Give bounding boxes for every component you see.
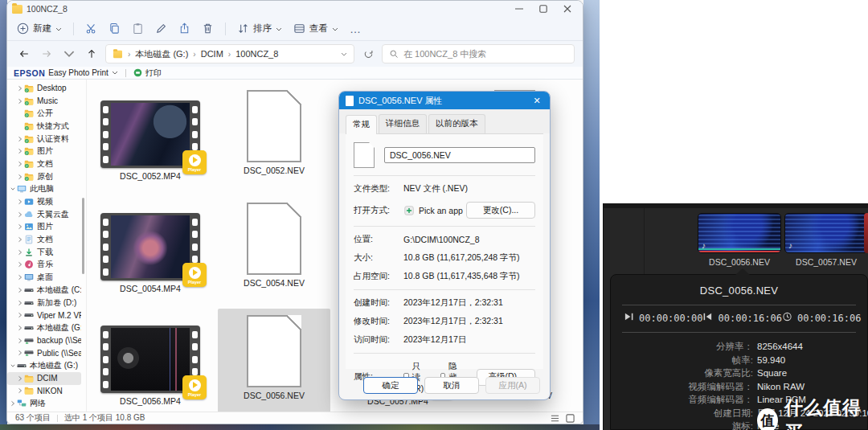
chevron-right-icon[interactable] <box>16 350 23 356</box>
minimize-icon[interactable] <box>515 5 523 13</box>
chevron-right-icon[interactable] <box>16 300 23 306</box>
chevron-down-icon[interactable] <box>9 186 16 192</box>
sidebar-item[interactable]: 图片 <box>7 145 81 158</box>
rename-button[interactable] <box>155 23 167 35</box>
cut-button[interactable] <box>85 23 97 35</box>
chevron-right-icon[interactable] <box>16 338 23 344</box>
sidebar-item[interactable]: 本地磁盘 (C:) <box>7 284 81 297</box>
tab-previous-versions[interactable]: 以前的版本 <box>428 114 485 133</box>
new-button[interactable]: 新建 <box>17 23 62 35</box>
sidebar-item[interactable]: 网络 <box>7 397 81 410</box>
sidebar-item[interactable]: 桌面 <box>7 271 81 284</box>
chevron-right-icon[interactable] <box>16 325 23 331</box>
file-item[interactable]: PlayerDSC_0052.MP4 <box>94 84 207 196</box>
sidebar-item[interactable]: 下载 <box>7 246 81 259</box>
sidebar-item[interactable]: 公开 <box>7 107 81 120</box>
search-input[interactable]: 在 100NCZ_8 中搜索 <box>382 44 575 63</box>
metadata-value: Nikon RAW <box>757 380 805 394</box>
chevron-down-icon[interactable] <box>9 362 16 369</box>
file-item[interactable]: PlayerDSC_0056.MP4 <box>94 309 207 421</box>
recent-dropdown[interactable] <box>60 48 78 59</box>
file-item[interactable]: DSC_0054.NEV <box>218 196 330 309</box>
sidebar-item[interactable]: Desktop <box>7 82 81 95</box>
chevron-right-icon[interactable] <box>16 211 23 218</box>
maximize-icon[interactable] <box>539 5 547 13</box>
sidebar-item[interactable]: Music <box>7 95 81 108</box>
chevron-right-icon[interactable] <box>16 387 23 394</box>
dialog-titlebar[interactable]: DSC_0056.NEV 属性 ✕ <box>339 92 550 109</box>
copy-button[interactable] <box>108 23 121 35</box>
apply-button[interactable]: 应用(A) <box>485 377 540 394</box>
up-button[interactable] <box>83 48 100 59</box>
sidebar-item[interactable]: Public (\\SeanD <box>7 346 81 359</box>
back-button[interactable] <box>15 48 33 59</box>
sidebar-item[interactable]: 快捷方式 <box>7 120 81 133</box>
chevron-right-icon[interactable] <box>9 400 16 407</box>
more-button[interactable]: … <box>350 23 362 35</box>
chevron-right-icon[interactable] <box>16 375 23 382</box>
change-button[interactable]: 更改(C)... <box>466 202 535 219</box>
filename-input[interactable]: DSC_0056.NEV <box>384 147 535 163</box>
sort-button[interactable]: 排序 <box>237 23 282 35</box>
dialog-close-icon[interactable]: ✕ <box>530 96 543 106</box>
close-icon[interactable] <box>563 5 571 13</box>
chevron-right-icon[interactable] <box>16 161 23 167</box>
chevron-right-icon[interactable] <box>16 136 23 142</box>
media-clip[interactable]: ♪DSC_0057.NEV <box>784 213 868 267</box>
chevron-right-icon[interactable] <box>16 312 23 318</box>
media-clip[interactable]: ♪DSC_0056.NEV <box>698 213 781 267</box>
paste-button[interactable] <box>132 23 144 35</box>
chevron-right-icon[interactable] <box>16 98 23 104</box>
chevron-right-icon[interactable] <box>16 274 23 281</box>
sidebar-item[interactable]: NIKON <box>7 385 81 398</box>
sidebar-item[interactable]: backup (\\Sean <box>7 334 81 347</box>
sidebar-item[interactable]: 文档 <box>7 233 81 246</box>
sidebar-item[interactable]: 图片 <box>7 221 81 234</box>
sidebar-item[interactable]: DCIM <box>7 372 81 385</box>
breadcrumb-dcim[interactable]: DCIM <box>201 49 223 59</box>
chevron-down-icon[interactable] <box>341 52 347 57</box>
chevron-right-icon[interactable] <box>16 236 23 243</box>
delete-button[interactable] <box>202 23 214 35</box>
sidebar-item[interactable]: Viper M.2 VPN <box>7 309 81 321</box>
epson-app-label[interactable]: Easy Photo Print <box>48 68 108 77</box>
breadcrumb-drive[interactable]: 本地磁盘 (G:) <box>135 48 188 60</box>
chevron-right-icon[interactable] <box>16 148 23 154</box>
refresh-button[interactable] <box>359 49 377 59</box>
chevron-right-icon[interactable] <box>16 223 23 230</box>
details-view-icon[interactable] <box>551 414 559 423</box>
chevron-right-icon[interactable] <box>16 85 23 92</box>
chevron-right-icon[interactable] <box>16 287 23 293</box>
sidebar-item[interactable]: 原创 <box>7 170 81 183</box>
file-item[interactable]: DSC_0052.NEV <box>218 84 330 196</box>
ok-button[interactable]: 确定 <box>363 377 418 394</box>
view-button[interactable]: 查看 <box>293 23 338 35</box>
chevron-down-icon[interactable] <box>112 71 118 76</box>
sidebar-item[interactable]: 视频 <box>7 195 81 208</box>
file-item[interactable]: DSC_0056.NEV <box>218 309 330 421</box>
share-button[interactable] <box>178 23 190 35</box>
sidebar-item[interactable]: 文档 <box>7 158 81 170</box>
sidebar-item[interactable]: 天翼云盘 <box>7 208 81 221</box>
tab-general[interactable]: 常规 <box>346 115 377 134</box>
explorer-titlebar[interactable]: 100NCZ_8 <box>7 1 583 17</box>
sidebar-item[interactable]: 新加卷 (D:) <box>7 297 81 309</box>
sidebar-item[interactable]: 本地磁盘 (G:) <box>7 321 81 334</box>
chevron-right-icon[interactable] <box>16 199 23 205</box>
file-item[interactable]: PlayerDSC_0054.MP4 <box>94 196 207 309</box>
sidebar-item[interactable]: 本地磁盘 (G:) <box>7 359 81 372</box>
breadcrumb[interactable]: › 本地磁盘 (G:) › DCIM › 100NCZ_8 <box>105 44 354 63</box>
forward-button[interactable] <box>38 48 55 59</box>
print-button[interactable]: 打印 <box>145 68 162 79</box>
folder-sync-icon <box>23 172 35 182</box>
chevron-right-icon[interactable] <box>16 249 23 256</box>
sidebar-item[interactable]: 认证资料 <box>7 133 81 145</box>
tab-details[interactable]: 详细信息 <box>379 114 427 133</box>
thumbnail-view-icon[interactable] <box>566 414 575 423</box>
sidebar-item[interactable]: 音乐 <box>7 259 81 272</box>
chevron-right-icon[interactable] <box>16 174 23 180</box>
chevron-right-icon[interactable] <box>16 261 23 268</box>
sidebar-item[interactable]: 此电脑 <box>7 183 81 196</box>
breadcrumb-current[interactable]: 100NCZ_8 <box>235 49 278 59</box>
cancel-button[interactable]: 取消 <box>424 377 479 394</box>
